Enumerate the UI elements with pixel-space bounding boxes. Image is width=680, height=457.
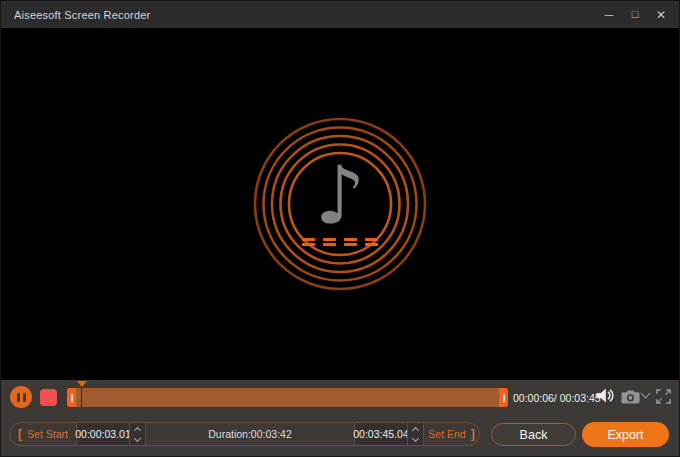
preview-stage: ♪ <box>1 28 679 382</box>
volume-button[interactable] <box>595 387 615 404</box>
set-start-label: Set Start <box>27 428 68 440</box>
trim-start-handle[interactable] <box>67 388 76 407</box>
snapshot-button[interactable] <box>621 390 640 404</box>
fullscreen-button[interactable] <box>656 389 671 404</box>
minimize-button[interactable]: ─ <box>599 5 619 25</box>
playhead-marker[interactable] <box>77 381 87 387</box>
expand-icon <box>656 389 671 404</box>
trim-panel: [ Set Start 00:00:03.01 Duration:00:03:4… <box>9 422 480 446</box>
camera-icon <box>621 390 640 404</box>
pause-button[interactable] <box>10 386 32 408</box>
set-end-button[interactable]: Set End ] <box>423 423 479 445</box>
set-end-label: Set End <box>428 428 465 440</box>
stop-button[interactable] <box>40 389 57 406</box>
back-button[interactable]: Back <box>491 423 576 446</box>
trim-end-handle[interactable] <box>499 388 508 407</box>
pause-icon <box>17 393 20 402</box>
snapshot-menu-button[interactable] <box>642 393 649 397</box>
start-time-spinner <box>129 423 145 445</box>
timeline-track[interactable] <box>67 388 508 407</box>
maximize-button[interactable]: □ <box>625 5 645 25</box>
end-time-spinner <box>407 423 423 445</box>
spinner-up-icon[interactable] <box>134 426 141 433</box>
app-window: Aiseesoft Screen Recorder ─ □ ✕ ♪ <box>0 0 680 457</box>
set-start-button[interactable]: [ Set Start <box>10 423 76 445</box>
spinner-up-icon[interactable] <box>412 426 419 433</box>
audio-graphic: ♪ <box>250 114 430 294</box>
spinner-down-icon[interactable] <box>134 434 141 441</box>
export-button[interactable]: Export <box>582 422 669 447</box>
chevron-down-icon <box>641 389 651 399</box>
equalizer-icon <box>302 238 378 246</box>
duration-label: Duration:00:03:42 <box>145 423 354 445</box>
close-button[interactable]: ✕ <box>651 5 671 25</box>
window-controls: ─ □ ✕ <box>599 1 671 28</box>
volume-icon <box>595 387 615 404</box>
playhead-line <box>81 388 82 407</box>
window-title: Aiseesoft Screen Recorder <box>14 9 150 21</box>
control-bar: 00:00:06/ 00:03:45 <box>1 380 679 456</box>
time-display: 00:00:06/ 00:03:45 <box>513 392 601 404</box>
titlebar: Aiseesoft Screen Recorder ─ □ ✕ <box>1 1 679 28</box>
music-note-icon: ♪ <box>314 156 365 236</box>
spinner-down-icon[interactable] <box>412 434 419 441</box>
start-time-field[interactable]: 00:00:03.01 <box>76 423 129 445</box>
end-time-field[interactable]: 00:03:45.04 <box>354 423 407 445</box>
